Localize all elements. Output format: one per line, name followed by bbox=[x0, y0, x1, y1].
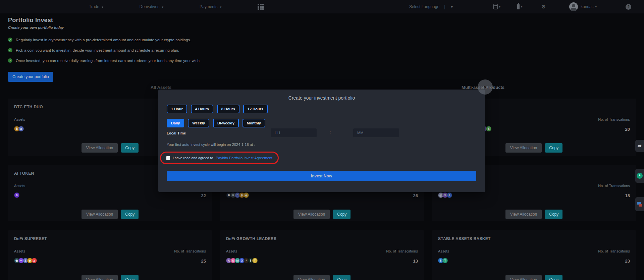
agreement-text: I have read and agreed to bbox=[173, 156, 213, 160]
portfolio-card-9: STABLE ASSETS BASKETAssetsNo. of Transca… bbox=[432, 230, 636, 280]
help-button[interactable]: ? bbox=[626, 4, 631, 10]
view-allocation-button[interactable]: View Allocation bbox=[505, 210, 542, 219]
coin-icon-avalanche: ▲ bbox=[32, 258, 37, 263]
copy-button[interactable]: Copy bbox=[121, 275, 139, 280]
assets-label: Assets bbox=[14, 117, 25, 121]
coin-icon-gold-token: ◆ bbox=[244, 192, 249, 198]
copy-button[interactable]: Copy bbox=[545, 143, 562, 153]
minute-input[interactable] bbox=[353, 128, 399, 137]
frequency-button-daily[interactable]: Daily bbox=[167, 119, 184, 127]
card-actions: View AllocationCopy bbox=[432, 275, 636, 280]
view-allocation-button[interactable]: View Allocation bbox=[293, 275, 330, 280]
coin-icon-eth: Ξ bbox=[18, 126, 24, 131]
modal-title: Create your investment portfolio bbox=[158, 95, 485, 101]
benefit-text: Pick a coin you want to invest in, decid… bbox=[16, 48, 179, 52]
copy-button[interactable]: Copy bbox=[333, 275, 351, 280]
transactions-count: 20 bbox=[625, 127, 630, 132]
interval-button-12-hours[interactable]: 12 Hours bbox=[243, 105, 268, 113]
view-allocation-button[interactable]: View Allocation bbox=[505, 275, 542, 280]
assets-label: Assets bbox=[14, 249, 25, 253]
check-circle-icon: ✓ bbox=[8, 38, 12, 42]
transactions-label: No. of Transcations bbox=[598, 117, 630, 121]
top-navbar: Trade ▾Derivatives ▾Payments ▾ Select La… bbox=[0, 0, 644, 13]
chatgpt-icon: * bbox=[637, 173, 643, 179]
view-allocation-button[interactable]: View Allocation bbox=[293, 210, 330, 219]
hour-input[interactable] bbox=[271, 128, 317, 137]
nav-menu-trade[interactable]: Trade ▾ bbox=[89, 4, 103, 9]
language-selector[interactable]: Select Language | ▼ bbox=[409, 4, 454, 9]
benefit-text: Regularly invest in cryptocurrency with … bbox=[16, 38, 191, 42]
transactions-label: No. of Transcations bbox=[386, 249, 418, 253]
frequency-button-bi-weekly[interactable]: Bi-weekly bbox=[213, 119, 239, 127]
transactions-count: 18 bbox=[625, 193, 630, 198]
chevron-down-icon: ▾ bbox=[499, 5, 501, 8]
chevron-down-icon: ▾ bbox=[595, 5, 597, 8]
assets-label: Assets bbox=[438, 249, 449, 253]
create-portfolio-modal: Create your investment portfolio 1 Hour4… bbox=[158, 90, 485, 192]
agreement-checkbox[interactable] bbox=[166, 156, 170, 160]
card-actions: View AllocationCopy bbox=[8, 275, 212, 280]
frequency-options: DailyWeeklyBi-weeklyMonthly bbox=[167, 119, 265, 127]
benefit-list: ✓Regularly invest in cryptocurrency with… bbox=[8, 38, 201, 63]
card-title: STABLE ASSETS BASKET bbox=[438, 236, 491, 241]
local-time-label: Local Time bbox=[167, 131, 186, 135]
copy-button[interactable]: Copy bbox=[121, 210, 139, 219]
settings-button[interactable]: ⚙ bbox=[541, 4, 546, 10]
view-allocation-button[interactable]: View Allocation bbox=[505, 143, 542, 153]
view-allocation-button[interactable]: View Allocation bbox=[82, 210, 118, 219]
language-caret-icon[interactable]: ▼ bbox=[450, 5, 454, 9]
benefit-item-2: ✓Pick a coin you want to invest in, deci… bbox=[8, 48, 201, 52]
interval-button-4-hours[interactable]: 4 Hours bbox=[191, 105, 213, 113]
chevron-down-icon: ▾ bbox=[521, 5, 523, 8]
copy-button[interactable]: Copy bbox=[545, 275, 562, 280]
share-button[interactable]: ➦ bbox=[635, 140, 644, 152]
view-allocation-button[interactable]: View Allocation bbox=[82, 143, 118, 153]
transactions-label: No. of Transcations bbox=[598, 249, 630, 253]
agreement-link[interactable]: Paybito Portfolio Invest Agreement bbox=[216, 156, 272, 160]
create-portfolio-button[interactable]: Create your portfolio bbox=[8, 72, 53, 82]
chatgpt-button[interactable]: * bbox=[635, 169, 644, 183]
asset-coin-row: ❄×Ξ฿◆ bbox=[226, 192, 248, 198]
language-label: Select Language bbox=[409, 4, 439, 9]
asset-coin-row: $T bbox=[438, 258, 447, 263]
card-actions: View AllocationCopy bbox=[8, 210, 212, 219]
card-title: DeFi GROWTH LEADERS bbox=[226, 236, 276, 241]
nav-menu-payments[interactable]: Payments ▾ bbox=[200, 4, 221, 9]
page-title: Portfolio Invest bbox=[8, 17, 201, 24]
coin-icon-ai-token: 9 bbox=[14, 192, 19, 198]
asset-coin-row: ◎St bbox=[438, 192, 451, 198]
copy-button[interactable]: Copy bbox=[333, 210, 351, 219]
apps-grid-icon[interactable] bbox=[258, 4, 264, 10]
live-chat-button[interactable] bbox=[635, 197, 644, 211]
nav-menu-derivatives[interactable]: Derivatives ▾ bbox=[140, 4, 163, 9]
coin-icon-green-token: $ bbox=[486, 126, 491, 131]
interval-button-1-hour[interactable]: 1 Hour bbox=[167, 105, 187, 113]
nav-menus: Trade ▾Derivatives ▾Payments ▾ bbox=[89, 4, 264, 10]
chevron-down-icon: ▾ bbox=[220, 5, 222, 9]
nav-right: Select Language | ▼ ▾ ▾ ⚙ kunda.. ▾ ? bbox=[409, 2, 631, 11]
close-button[interactable]: × bbox=[478, 79, 493, 95]
gear-icon: ⚙ bbox=[541, 4, 546, 10]
invest-now-button[interactable]: Invest Now bbox=[167, 171, 476, 181]
help-icon: ? bbox=[627, 5, 630, 9]
transactions-count: 26 bbox=[413, 193, 418, 198]
asset-coin-row: 9 bbox=[14, 192, 18, 198]
user-menu[interactable]: kunda.. ▾ bbox=[569, 2, 597, 11]
benefit-item-1: ✓Regularly invest in cryptocurrency with… bbox=[8, 38, 201, 42]
card-title: DeFi SUPERSET bbox=[14, 236, 47, 241]
close-icon: × bbox=[484, 85, 486, 90]
copy-button[interactable]: Copy bbox=[545, 210, 562, 219]
orders-button[interactable]: ▾ bbox=[493, 4, 501, 9]
transactions-count: 13 bbox=[413, 259, 418, 264]
agreement-highlight: I have read and agreed to Paybito Portfo… bbox=[160, 152, 279, 164]
copy-button[interactable]: Copy bbox=[121, 143, 139, 153]
view-allocation-button[interactable]: View Allocation bbox=[82, 275, 118, 280]
page-subtitle: Create your own portfolio today bbox=[8, 25, 201, 30]
frequency-button-monthly[interactable]: Monthly bbox=[243, 119, 265, 127]
share-icon: ➦ bbox=[638, 143, 642, 149]
benefit-text: Once invested, you can receive daily ear… bbox=[16, 59, 201, 63]
transactions-count: 23 bbox=[625, 259, 630, 264]
tools-button[interactable]: ▾ bbox=[517, 4, 523, 9]
frequency-button-weekly[interactable]: Weekly bbox=[188, 119, 209, 127]
interval-button-8-hours[interactable]: 8 Hours bbox=[217, 105, 239, 113]
